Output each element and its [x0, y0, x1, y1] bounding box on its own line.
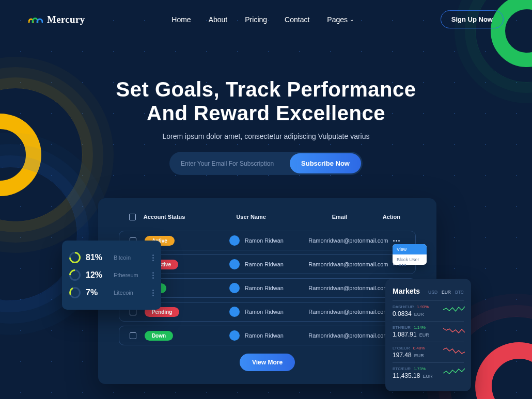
crypto-name: Litecoin — [114, 290, 133, 296]
row-action-popover: View Block User — [393, 244, 427, 265]
market-row[interactable]: DASH/EUR1.93% 0.0834EUR — [393, 300, 464, 321]
col-account-status: Account Status — [144, 214, 206, 221]
market-change: 1.93% — [417, 305, 429, 309]
crypto-percent: 81% — [86, 253, 108, 262]
user-email: Ramonridwan@protonmail.com — [304, 309, 393, 315]
table-row[interactable]: Active Ramon Ridwan Ramonridwan@protonma… — [119, 231, 416, 250]
subscribe-email-input[interactable] — [169, 153, 288, 174]
subscribe-button[interactable]: Subscribe Now — [290, 153, 361, 173]
hero-title-line2: And Reward Excellence — [147, 102, 385, 124]
row-actions-icon-floating[interactable] — [399, 264, 406, 266]
avatar — [229, 307, 240, 317]
brand-logo-icon — [28, 15, 43, 24]
tab-eur[interactable]: EUR — [442, 290, 451, 295]
table-row[interactable]: Inactive Ramon Ridwan Ramonridwan@proton… — [119, 254, 416, 274]
popover-block-user[interactable]: Block User — [393, 254, 427, 265]
site-header: Mercury Home About Pricing Contact Pages… — [0, 10, 532, 28]
status-badge: Down — [145, 331, 173, 341]
avatar — [229, 330, 240, 341]
avatar — [229, 259, 240, 269]
user-name: Ramon Ridwan — [245, 261, 284, 267]
market-currency: EUR — [414, 353, 424, 358]
market-pair: ETH/EUR — [393, 325, 411, 330]
market-currency: EUR — [414, 312, 424, 317]
user-email: Ramonridwan@protonmail.com — [304, 261, 393, 267]
user-email: Ramonridwan@protonmail.com — [304, 285, 393, 291]
market-pair: LTC/EUR — [393, 346, 410, 350]
nav-home[interactable]: Home — [171, 15, 191, 24]
market-change: 1.14% — [414, 325, 426, 330]
user-name: Ramon Ridwan — [245, 309, 284, 315]
market-value: 197.48 — [393, 352, 412, 359]
user-name: Ramon Ridwan — [245, 237, 284, 244]
crypto-name: Ethereum — [114, 272, 138, 278]
signup-button[interactable]: Sign Up Now — [441, 10, 504, 28]
avatar — [229, 235, 240, 246]
market-value: 0.0834 — [393, 310, 412, 317]
brand-name: Mercury — [47, 14, 85, 25]
market-row[interactable]: BTC/EUR1.73% 11,435.18EUR — [393, 362, 464, 383]
sparkline-icon — [443, 367, 465, 376]
market-row[interactable]: LTC/EUR0.48% 197.48EUR — [393, 342, 464, 362]
progress-ring-icon — [69, 269, 81, 281]
hero: Set Goals, Track Performance And Reward … — [0, 77, 532, 175]
table-row[interactable]: On Ramon Ridwan Ramonridwan@protonmail.c… — [119, 278, 416, 298]
table-header: Account Status User Name Email Action — [119, 214, 416, 231]
row-checkbox[interactable] — [130, 332, 136, 339]
hero-title: Set Goals, Track Performance And Reward … — [0, 77, 532, 125]
more-icon[interactable] — [152, 272, 154, 279]
sparkline-icon — [443, 305, 465, 314]
market-pair: BTC/EUR — [393, 366, 411, 371]
market-pair: DASH/EUR — [393, 305, 414, 309]
user-name: Ramon Ridwan — [245, 332, 284, 339]
crypto-row: 12% Ethereum — [69, 266, 154, 284]
market-value: 1,087.91 — [393, 331, 417, 338]
primary-nav: Home About Pricing Contact Pages ⌄ — [85, 15, 441, 24]
popover-view[interactable]: View — [393, 244, 427, 254]
hero-subtitle: Lorem ipsum dolor amet, consectetur adip… — [0, 132, 532, 140]
nav-pages-label: Pages — [327, 15, 348, 24]
chevron-down-icon: ⌄ — [350, 17, 354, 22]
table-rows: Active Ramon Ridwan Ramonridwan@protonma… — [119, 231, 416, 345]
avatar — [229, 283, 240, 293]
nav-pages[interactable]: Pages ⌄ — [327, 15, 354, 24]
nav-pricing[interactable]: Pricing — [245, 15, 267, 24]
col-email: Email — [296, 214, 383, 221]
user-name: Ramon Ridwan — [245, 285, 284, 291]
crypto-percent-card: 81% Bitcoin 12% Ethereum 7% Litecoin — [62, 241, 161, 310]
sparkline-icon — [443, 326, 465, 335]
market-value: 11,435.18 — [393, 372, 420, 379]
more-icon[interactable] — [152, 290, 154, 296]
hero-title-line1: Set Goals, Track Performance — [116, 78, 416, 101]
crypto-row: 7% Litecoin — [69, 284, 154, 301]
crypto-name: Bitcoin — [114, 254, 131, 261]
tab-usd[interactable]: USD — [428, 290, 437, 295]
sparkline-icon — [443, 346, 465, 356]
col-action: Action — [383, 214, 405, 221]
progress-ring-icon — [69, 252, 81, 263]
market-change: 0.48% — [413, 346, 425, 350]
nav-contact[interactable]: Contact — [285, 15, 309, 24]
select-all-checkbox[interactable] — [129, 214, 136, 220]
row-actions-icon[interactable] — [393, 240, 400, 242]
nav-about[interactable]: About — [209, 15, 228, 24]
user-email: Ramonridwan@protonmail.com — [304, 332, 393, 339]
market-currency: EUR — [423, 374, 432, 379]
view-more-button[interactable]: View More — [240, 354, 295, 371]
market-currency: EUR — [419, 332, 429, 338]
table-row[interactable]: Down Ramon Ridwan Ramonridwan@protonmail… — [119, 326, 416, 345]
markets-title: Markets — [393, 287, 420, 295]
markets-card: Markets USD EUR BTC DASH/EUR1.93% 0.0834… — [385, 279, 471, 391]
brand[interactable]: Mercury — [28, 14, 85, 25]
tab-btc[interactable]: BTC — [455, 290, 464, 295]
crypto-percent: 12% — [86, 270, 108, 280]
market-row[interactable]: ETH/EUR1.14% 1,087.91EUR — [393, 321, 464, 342]
crypto-row: 81% Bitcoin — [69, 249, 154, 266]
more-icon[interactable] — [152, 254, 154, 261]
col-user-name: User Name — [206, 214, 296, 221]
crypto-percent: 7% — [86, 288, 108, 297]
markets-currency-tabs: USD EUR BTC — [428, 290, 464, 295]
market-change: 1.73% — [414, 366, 426, 371]
table-row[interactable]: Pending Ramon Ridwan Ramonridwan@protonm… — [119, 302, 416, 322]
subscribe-row: Subscribe Now — [169, 152, 363, 175]
